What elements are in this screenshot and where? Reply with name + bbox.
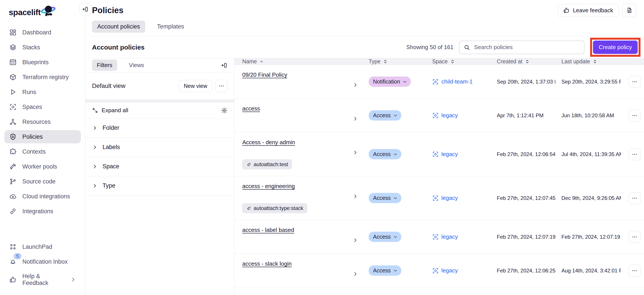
sidebar-item-policies[interactable]: Policies: [4, 130, 81, 143]
table-row: access - who when where Access legacy Fe…: [234, 287, 644, 295]
space-link[interactable]: legacy: [442, 151, 458, 158]
space-link[interactable]: legacy: [442, 233, 458, 240]
create-policy-button[interactable]: Create policy: [593, 41, 638, 54]
sidebar-item-blueprints[interactable]: Blueprints: [4, 56, 81, 69]
table-row: access - slack login Access legacy Feb 2…: [234, 254, 644, 287]
tab-filters[interactable]: Filters: [92, 60, 117, 71]
sidebar-item-terraform-registry[interactable]: Terraform registry: [4, 71, 81, 84]
last-update: Jul 4th, 2024, 11:39:35 AM: [555, 151, 621, 157]
sidebar-item-launchpad[interactable]: LaunchPad: [4, 240, 81, 253]
expand-description-icon[interactable]: [352, 271, 358, 277]
page-tabs: Account policies Templates: [86, 18, 644, 36]
sidebar-item-dashboard[interactable]: Dashboard: [4, 26, 81, 39]
row-menu-button[interactable]: [629, 265, 640, 276]
filter-section-type[interactable]: Type: [86, 176, 234, 195]
column-header-last-update[interactable]: Last update: [555, 58, 621, 65]
spaces-icon: [9, 103, 17, 111]
filter-section-space[interactable]: Space: [86, 157, 234, 176]
sidebar-item-integrations[interactable]: Integrations: [4, 205, 81, 218]
collapse-sidebar-button[interactable]: [79, 3, 92, 15]
tab-account-policies[interactable]: Account policies: [92, 21, 145, 33]
last-update: Dec 9th, 2024, 9:26:05 AM: [555, 195, 621, 201]
policy-name-link[interactable]: access - label based: [242, 227, 294, 233]
header-actions: Leave feedback: [558, 4, 636, 17]
column-header-space[interactable]: Space: [426, 58, 491, 65]
autoattach-icon: [246, 162, 252, 167]
sidebar-item-spaces[interactable]: Spaces: [4, 100, 81, 114]
sidebar-item-help-feedback[interactable]: Help & Feedback: [4, 270, 81, 289]
sidebar-item-runs[interactable]: Runs: [4, 86, 81, 99]
space-link[interactable]: child-team-1: [442, 78, 473, 85]
search-input[interactable]: [459, 41, 584, 54]
row-menu-button[interactable]: [629, 76, 640, 88]
created-at: Feb 27th, 2024, 12:06:54 ...: [491, 151, 555, 157]
row-menu-button[interactable]: [629, 231, 640, 243]
column-header-name[interactable]: Name: [234, 58, 362, 65]
filter-section-labels[interactable]: Labels: [86, 138, 234, 157]
space-icon: [432, 267, 439, 274]
expand-all-icon[interactable]: [92, 107, 98, 114]
sort-icon: [450, 59, 455, 64]
policy-type-badge[interactable]: Access: [369, 265, 401, 276]
integrations-icon: [9, 208, 17, 215]
dots-icon: [632, 79, 638, 85]
policy-type-badge[interactable]: Access: [369, 232, 401, 242]
sidebar-item-contexts[interactable]: Contexts: [4, 145, 81, 158]
launchpad-icon: [9, 243, 17, 250]
view-menu-button[interactable]: [215, 80, 228, 92]
column-header-created-at[interactable]: Created at: [491, 58, 555, 65]
main-content: Policies Leave feedback Account policies…: [86, 0, 644, 295]
space-link[interactable]: legacy: [442, 195, 458, 201]
policy-name-link[interactable]: access - engineering: [242, 183, 295, 190]
row-menu-button[interactable]: [629, 148, 640, 160]
sidebar-item-cloud-integrations[interactable]: Cloud integrations: [4, 190, 81, 203]
space-link[interactable]: legacy: [442, 267, 458, 274]
expand-description-icon[interactable]: [352, 82, 358, 88]
brand-name: spacelift: [9, 8, 41, 17]
expand-description-icon[interactable]: [352, 150, 358, 155]
policy-type-badge[interactable]: Notification: [369, 77, 411, 87]
sidebar-item-worker-pools[interactable]: Worker pools: [4, 160, 81, 173]
expand-description-icon[interactable]: [352, 193, 358, 199]
tab-views[interactable]: Views: [124, 60, 149, 71]
row-menu-button[interactable]: [629, 192, 640, 204]
dashboard-icon: [9, 29, 17, 36]
policy-type-badge[interactable]: Access: [369, 193, 401, 203]
column-header-type[interactable]: Type: [362, 58, 426, 65]
row-menu-button[interactable]: [629, 110, 640, 121]
new-view-button[interactable]: New view: [179, 80, 212, 92]
policy-name-link[interactable]: Access - deny admin: [242, 139, 295, 146]
stacks-icon: [9, 44, 17, 51]
sidebar-item-stacks[interactable]: Stacks: [4, 41, 81, 54]
sort-ascending-icon: [259, 59, 264, 64]
sidebar-item-notification-inbox[interactable]: 5 Notification Inbox: [4, 255, 81, 268]
expand-description-icon[interactable]: [352, 116, 358, 122]
leave-feedback-button[interactable]: Leave feedback: [558, 4, 618, 17]
section-title: Account policies: [92, 44, 144, 51]
showing-count: Showing 50 of 161: [406, 44, 454, 51]
filter-section-folder[interactable]: Folder: [86, 118, 234, 138]
policies-icon: [9, 133, 17, 140]
policy-name-link[interactable]: access - who when where: [242, 294, 308, 295]
policy-name-link[interactable]: access: [242, 105, 260, 112]
sidebar-item-source-code[interactable]: Source code: [4, 175, 81, 188]
expand-all-label[interactable]: Expand all: [102, 107, 128, 114]
created-at: Feb 27th, 2024, 12:06:25 ...: [491, 268, 555, 274]
policy-tags: autoattach:type:stack: [242, 203, 358, 213]
spacelift-logo[interactable]: spacelift: [0, 3, 85, 24]
tab-templates[interactable]: Templates: [152, 21, 189, 33]
created-at: Feb 27th, 2024, 12:07:19 P...: [491, 234, 555, 240]
expand-description-icon[interactable]: [352, 237, 358, 243]
policy-type-badge[interactable]: Access: [369, 110, 401, 121]
table-row: 09/20 Final Policy Notification child-te…: [234, 65, 644, 99]
cloud-integrations-icon: [9, 193, 17, 200]
gear-icon[interactable]: [221, 107, 228, 114]
policy-name-link[interactable]: 09/20 Final Policy: [242, 72, 287, 78]
collapse-filters-icon[interactable]: [221, 62, 228, 69]
documentation-button[interactable]: [622, 4, 636, 17]
policy-name-link[interactable]: access - slack login: [242, 260, 292, 267]
policy-type-badge[interactable]: Access: [369, 149, 401, 159]
space-link[interactable]: legacy: [442, 112, 458, 119]
filters-panel: Filters Views Default view New view Expa…: [86, 58, 234, 295]
sidebar-item-resources[interactable]: Resources: [4, 115, 81, 128]
